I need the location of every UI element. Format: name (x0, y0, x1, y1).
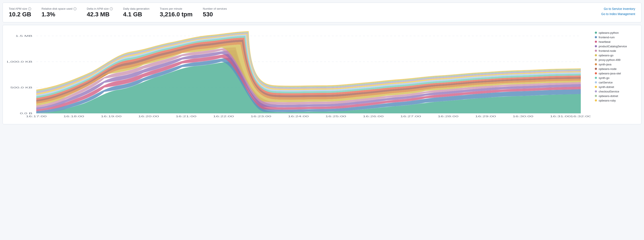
stat-delta-apm-label: Delta in APM size i (87, 7, 113, 10)
legend-dot (595, 99, 597, 102)
x-label-1: 16:18:00 (63, 115, 84, 118)
info-icon-total-apm[interactable]: i (28, 7, 31, 10)
legend-item[interactable]: heartbeat (595, 40, 638, 44)
legend-item[interactable]: opbeans-node (595, 67, 638, 71)
legend-dot (595, 45, 597, 47)
stat-relative-disk: Relative disk space used i 1.3% (42, 7, 76, 18)
legend-item[interactable]: opbeans-ruby (595, 99, 638, 102)
legend-dot (595, 32, 597, 34)
legend-dot (595, 68, 597, 70)
x-label-8: 16:25:00 (326, 115, 346, 118)
chart-panel: 1.5 MB 1,000.0 KB 500.0 KB 0.0 B (2, 25, 642, 124)
legend-label: synth-go (599, 76, 610, 80)
legend-item[interactable]: opbeans-python (595, 31, 638, 34)
chart-area: 1.5 MB 1,000.0 KB 500.0 KB 0.0 B (7, 30, 590, 120)
stat-num-services-label: Number of services (203, 7, 227, 10)
legend-item[interactable]: synth-dotnet (595, 85, 638, 89)
legend-dot (595, 77, 597, 79)
legend-dot (595, 90, 597, 93)
x-label-15: 16:32:00 (570, 115, 590, 118)
legend-dot (595, 50, 597, 52)
legend-label: checkoutService (599, 90, 619, 93)
stat-total-apm-size-label: Total APM size i (9, 7, 31, 10)
legend-label: proxy-python-499 (599, 58, 620, 62)
legend-label: opbeans-python (599, 31, 619, 34)
legend-dot (595, 54, 597, 56)
chart-legend: opbeans-python frontend-rum heartbeat pr… (595, 30, 638, 120)
legend-item[interactable]: synth-go (595, 76, 638, 80)
legend-dot (595, 95, 597, 97)
stat-relative-disk-label: Relative disk space used i (42, 7, 76, 10)
stat-traces-per-minute-label: Traces per minute (160, 7, 193, 10)
x-label-12: 16:29:00 (475, 115, 496, 118)
x-label-2: 16:19:00 (101, 115, 122, 118)
x-label-0: 16:17:00 (26, 115, 46, 118)
legend-label: synth-dotnet (599, 85, 614, 89)
stat-delta-apm-value: 42.3 MB (87, 11, 113, 18)
stat-num-services-value: 530 (203, 11, 227, 18)
legend-dot (595, 41, 597, 43)
stats-panel: Total APM size i 10.2 GB Relative disk s… (2, 3, 642, 22)
x-label-9: 16:26:00 (363, 115, 384, 118)
stat-group: Total APM size i 10.2 GB Relative disk s… (9, 7, 601, 18)
legend-label: opbeans-java-otel (599, 72, 621, 75)
chart-svg: 1.5 MB 1,000.0 KB 500.0 KB 0.0 B (7, 30, 590, 120)
x-label-14: 16:31:00 (550, 115, 571, 118)
stat-num-services: Number of services 530 (203, 7, 227, 18)
legend-item[interactable]: opbeans-java-otel (595, 72, 638, 75)
x-label-7: 16:24:00 (288, 115, 309, 118)
legend-item[interactable]: synth-java (595, 63, 638, 66)
legend-item[interactable]: productCatalogService (595, 45, 638, 48)
legend-dot (595, 81, 597, 83)
legend-label: frontend-rum (599, 36, 614, 39)
x-label-4: 16:21:00 (176, 115, 196, 118)
legend-label: opbeans-node (599, 67, 616, 71)
legend-label: heartbeat (599, 40, 610, 44)
x-label-6: 16:23:00 (250, 115, 271, 118)
y-label-1-5mb: 1.5 MB (16, 35, 32, 37)
stat-total-apm-size: Total APM size i 10.2 GB (9, 7, 31, 18)
info-icon-relative-disk[interactable]: i (74, 7, 76, 10)
legend-dot (595, 59, 597, 61)
stat-relative-disk-value: 1.3% (42, 11, 76, 18)
stat-daily-data-label: Daily data generation (123, 7, 150, 10)
x-label-5: 16:22:00 (213, 115, 234, 118)
stat-daily-data-value: 4.1 GB (123, 11, 150, 18)
legend-label: cartService (599, 81, 613, 84)
legend-dot (595, 36, 597, 38)
legend-item[interactable]: checkoutService (595, 90, 638, 93)
index-management-link[interactable]: Go to Index Management (601, 12, 635, 16)
stat-traces-per-minute-value: 3,216.0 tpm (160, 11, 193, 18)
x-label-13: 16:30:00 (512, 115, 533, 118)
legend-label: opbeans-ruby (599, 99, 616, 102)
stat-total-apm-size-value: 10.2 GB (9, 11, 31, 18)
y-label-1000kb: 1,000.0 KB (7, 60, 32, 63)
legend-label: opbeans-go (599, 54, 614, 57)
legend-item[interactable]: opbeans-dotnet (595, 94, 638, 98)
legend-label: opbeans-dotnet (599, 94, 618, 98)
x-label-11: 16:28:00 (438, 115, 458, 118)
legend-label: productCatalogService (599, 45, 627, 48)
service-inventory-link[interactable]: Go to Service Inventory (604, 7, 635, 11)
nav-links: Go to Service Inventory Go to Index Mana… (601, 7, 635, 16)
stat-daily-data: Daily data generation 4.1 GB (123, 7, 150, 18)
legend-item[interactable]: cartService (595, 81, 638, 84)
legend-item[interactable]: frontend-node (595, 49, 638, 53)
y-label-0b: 0.0 B (20, 112, 32, 115)
legend-label: synth-java (599, 63, 611, 66)
stat-delta-apm: Delta in APM size i 42.3 MB (87, 7, 113, 18)
legend-item[interactable]: opbeans-go (595, 54, 638, 57)
x-label-3: 16:20:00 (138, 115, 159, 118)
stat-traces-per-minute: Traces per minute 3,216.0 tpm (160, 7, 193, 18)
legend-dot (595, 72, 597, 74)
legend-item[interactable]: proxy-python-499 (595, 58, 638, 62)
legend-item[interactable]: frontend-rum (595, 36, 638, 39)
y-label-500kb: 500.0 KB (10, 86, 32, 89)
legend-label: frontend-node (599, 49, 616, 53)
legend-dot (595, 63, 597, 65)
legend-dot (595, 86, 597, 88)
x-label-10: 16:27:00 (400, 115, 421, 118)
info-icon-delta-apm[interactable]: i (110, 7, 113, 10)
